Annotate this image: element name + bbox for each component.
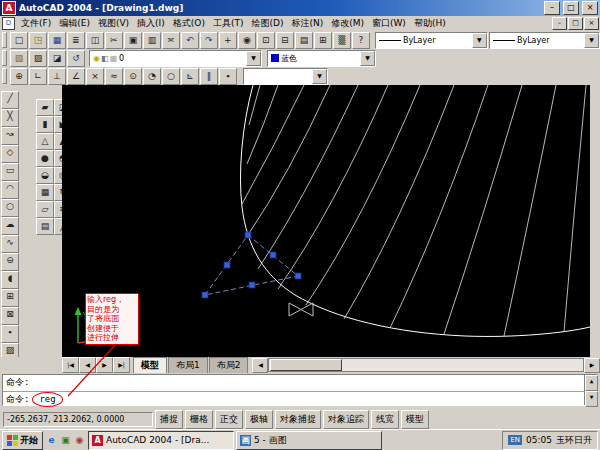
- print-preview-icon[interactable]: ◫: [86, 32, 104, 49]
- horizontal-scrollbar[interactable]: ◀ ▶: [252, 358, 600, 372]
- quicklaunch-media-icon[interactable]: ◉: [73, 433, 86, 447]
- make-block-icon[interactable]: ⊠: [1, 307, 19, 325]
- redo-icon[interactable]: ↷: [200, 32, 218, 49]
- help-icon[interactable]: ?: [352, 32, 370, 49]
- layer-dropdown[interactable]: ◉◧■ 0 ▼: [89, 50, 262, 67]
- layer-previous-icon[interactable]: ↺: [67, 50, 85, 67]
- menu-item[interactable]: 帮助(H): [410, 16, 450, 31]
- color-dropdown[interactable]: 蓝色 ▼: [267, 50, 376, 67]
- layer-states-icon[interactable]: ▨: [29, 50, 47, 67]
- print-icon[interactable]: ≣: [67, 32, 85, 49]
- tab-last-button[interactable]: ▶|: [113, 357, 130, 373]
- polyline-icon[interactable]: ↝: [1, 127, 19, 145]
- make-layer-current-icon[interactable]: ◪: [48, 50, 66, 67]
- zoom-window-icon[interactable]: ⊡: [257, 32, 275, 49]
- restore-button[interactable]: □: [563, 1, 579, 15]
- cut-icon[interactable]: ✂: [105, 32, 123, 49]
- snap-intersection-icon[interactable]: ×: [86, 68, 104, 85]
- snap-center-icon[interactable]: ⊙: [124, 68, 142, 85]
- spline-icon[interactable]: ∿: [1, 235, 19, 253]
- quicklaunch-desktop-icon[interactable]: ▣: [59, 433, 72, 447]
- save-icon[interactable]: ▦: [48, 32, 66, 49]
- dish-surface-icon[interactable]: ◒: [36, 167, 54, 184]
- command-input-line[interactable]: 命令: reg: [3, 392, 597, 406]
- construction-line-icon[interactable]: ╳: [1, 109, 19, 127]
- pyramid-surface-icon[interactable]: △: [36, 133, 54, 150]
- tab-next-button[interactable]: ▶: [96, 357, 113, 373]
- 3d-mesh-icon[interactable]: ▦: [36, 184, 54, 201]
- close-button[interactable]: ×: [582, 1, 598, 15]
- doc-minimize-button[interactable]: –: [552, 17, 567, 30]
- new-icon[interactable]: □: [10, 32, 28, 49]
- match-properties-icon[interactable]: ≍: [162, 32, 180, 49]
- status-toggle[interactable]: 对象追踪: [323, 410, 369, 429]
- ime-indicator[interactable]: EN: [508, 435, 522, 445]
- doc-restore-button[interactable]: □: [568, 17, 583, 30]
- scrollbar-track[interactable]: [268, 358, 584, 372]
- linetype-dropdown[interactable]: ByLayer ▼: [375, 32, 488, 49]
- snap-extension-icon[interactable]: ≈: [105, 68, 123, 85]
- zoom-previous-icon[interactable]: ⊟: [276, 32, 294, 49]
- snap-midpoint-icon[interactable]: ∠: [67, 68, 85, 85]
- chevron-down-icon[interactable]: ▼: [360, 51, 375, 66]
- copy-icon[interactable]: ▣: [124, 32, 142, 49]
- status-toggle[interactable]: 捕捉: [155, 410, 183, 429]
- task-button-autocad[interactable]: A AutoCAD 2004 - [Dra...: [88, 431, 234, 450]
- toolbar-grip[interactable]: [2, 50, 7, 66]
- point-icon[interactable]: ∙: [1, 325, 19, 343]
- snap-parallel-icon[interactable]: ∥: [200, 68, 218, 85]
- layout-tab[interactable]: 布局2: [209, 357, 249, 373]
- toolbar-grip[interactable]: [2, 32, 7, 48]
- ellipse-icon[interactable]: ⊖: [1, 253, 19, 271]
- insert-block-icon[interactable]: ⊞: [1, 289, 19, 307]
- menu-item[interactable]: 绘图(D): [247, 16, 287, 31]
- scroll-left-icon[interactable]: ◀: [252, 358, 268, 373]
- edge-surface-icon[interactable]: ▤: [36, 218, 54, 235]
- designcenter-icon[interactable]: ⊞: [314, 32, 332, 49]
- chevron-down-icon[interactable]: ▼: [472, 33, 487, 48]
- ellipse-arc-icon[interactable]: ◖: [1, 271, 19, 289]
- rectangle-icon[interactable]: ▭: [1, 163, 19, 181]
- menu-item[interactable]: 窗口(W): [368, 16, 410, 31]
- menu-item[interactable]: 文件(F): [17, 16, 55, 31]
- tab-first-button[interactable]: |◀: [62, 357, 79, 373]
- polygon-icon[interactable]: ◇: [1, 145, 19, 163]
- layers-icon[interactable]: ▧: [10, 50, 28, 67]
- arc-icon[interactable]: ◠: [1, 181, 19, 199]
- chevron-down-icon[interactable]: ▼: [584, 33, 599, 48]
- scroll-down-icon[interactable]: ▼: [585, 391, 598, 407]
- scroll-right-icon[interactable]: ▶: [584, 358, 600, 373]
- doc-close-button[interactable]: ×: [584, 17, 599, 30]
- status-toggle[interactable]: 线宽: [371, 410, 399, 429]
- snap-node-icon[interactable]: ∙: [219, 68, 237, 85]
- task-button-paint[interactable]: 画 5 - 画图: [236, 431, 382, 450]
- menu-item[interactable]: 编辑(E): [55, 16, 94, 31]
- status-toggle[interactable]: 模型: [401, 410, 429, 429]
- menu-item[interactable]: 修改(M): [327, 16, 368, 31]
- circle-icon[interactable]: ○: [1, 199, 19, 217]
- layout-tab[interactable]: 布局1: [168, 357, 208, 373]
- menu-item[interactable]: 格式(O): [169, 16, 209, 31]
- box-surface-icon[interactable]: ▮: [36, 116, 54, 133]
- paste-icon[interactable]: ▥: [143, 32, 161, 49]
- status-toggle[interactable]: 栅格: [185, 410, 213, 429]
- snap-from-icon[interactable]: ∟: [29, 68, 47, 85]
- tabulated-surface-icon[interactable]: ▱: [36, 201, 54, 218]
- style-dropdown[interactable]: ▼: [243, 68, 328, 85]
- snap-quadrant-icon[interactable]: ◔: [143, 68, 161, 85]
- status-toggle[interactable]: 对象捕捉: [275, 410, 321, 429]
- line-icon[interactable]: ╱: [1, 91, 19, 109]
- menu-item[interactable]: 插入(I): [133, 16, 169, 31]
- tab-prev-button[interactable]: ◀: [79, 357, 96, 373]
- chevron-down-icon[interactable]: ▼: [246, 51, 261, 66]
- snap-endpoint-icon[interactable]: ⊥: [48, 68, 66, 85]
- status-toggle[interactable]: 正交: [215, 410, 243, 429]
- snap-perpendicular-icon[interactable]: ⊾: [181, 68, 199, 85]
- snap-tangent-icon[interactable]: ○: [162, 68, 180, 85]
- 2d-solid-icon[interactable]: ▰: [36, 99, 54, 116]
- drawing-canvas[interactable]: Y X 输入reg，目的是为了将底面创建便于进行拉伸: [62, 85, 590, 357]
- snap-tracking-icon[interactable]: ⊕: [10, 68, 28, 85]
- menu-item[interactable]: 视图(V): [94, 16, 133, 31]
- tool-palettes-icon[interactable]: ▒: [333, 32, 351, 49]
- scrollbar-thumb[interactable]: [270, 359, 342, 371]
